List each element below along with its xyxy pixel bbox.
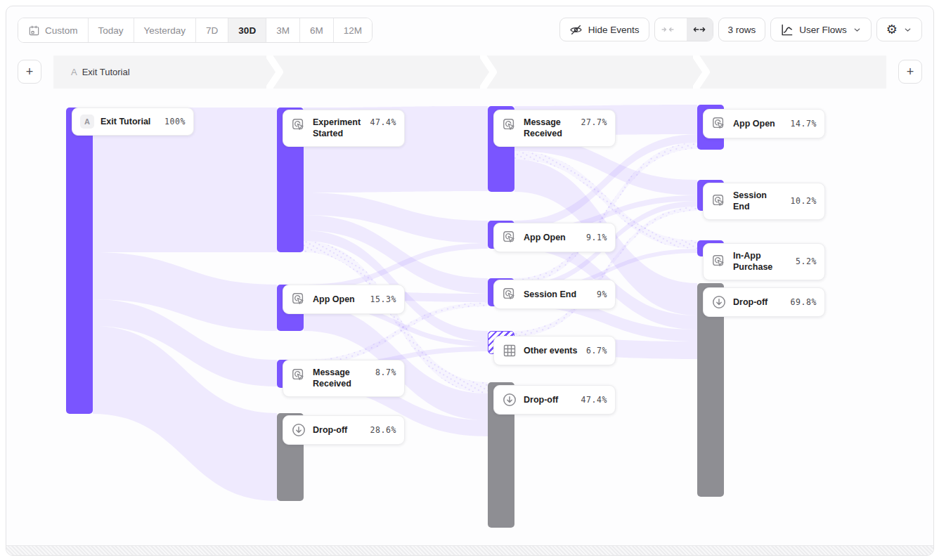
calendar-icon [28, 25, 40, 37]
node-label: Exit Tutorial [101, 116, 150, 127]
rows-label: 3 rows [728, 25, 756, 35]
eye-off-icon [569, 23, 583, 37]
flow-node-app-open-3[interactable]: App Open 9.1% [493, 223, 616, 252]
event-icon [291, 117, 306, 133]
node-label: Other events [524, 345, 577, 356]
node-percent: 14.7% [790, 119, 817, 129]
node-percent: 10.2% [790, 196, 817, 206]
expand-columns-button[interactable] [687, 18, 713, 41]
gear-icon: ⚙ [886, 23, 898, 36]
hide-events-button[interactable]: Hide Events [559, 18, 649, 41]
date-range-label: Yesterday [144, 25, 186, 36]
flow-bar-exit-tutorial[interactable] [66, 108, 93, 414]
node-label: Message Received [313, 367, 369, 390]
flow-node-message-received-2[interactable]: Message Received 8.7% [283, 360, 405, 397]
step-chevron-separator [266, 56, 285, 89]
node-percent: 9% [597, 289, 607, 299]
user-flows-app: A Exit Tutorial 100% Experiment Started … [6, 6, 934, 556]
step-a-badge: A [80, 115, 94, 129]
node-percent: 69.8% [790, 297, 817, 307]
drop-off-icon [502, 392, 517, 408]
step-chevron-separator [480, 56, 498, 89]
date-range-7d[interactable]: 7D [196, 18, 228, 42]
event-icon [711, 193, 727, 209]
chart-resize-handle[interactable] [6, 545, 933, 555]
start-step-label[interactable]: A Exit Tutorial [71, 56, 130, 89]
drop-off-icon [711, 294, 727, 310]
start-event-name: Exit Tutorial [82, 67, 130, 77]
view-selector-label: User Flows [799, 25, 847, 35]
node-label: Session End [733, 190, 784, 213]
add-step-after-button[interactable]: + [898, 60, 922, 84]
date-range-label: Today [98, 25, 124, 36]
node-label: In-App Purchase [733, 250, 789, 273]
flow-node-in-app-purchase-4[interactable]: In-App Purchase 5.2% [703, 243, 825, 280]
flow-node-message-received-3[interactable]: Message Received 27.7% [493, 110, 616, 147]
flow-node-other-events-3[interactable]: Other events 6.7% [493, 336, 616, 365]
step-letter-badge: A [71, 67, 77, 77]
node-label: Drop-off [524, 394, 558, 405]
node-label: Message Received [524, 117, 574, 140]
node-percent: 15.3% [370, 294, 396, 304]
settings-dropdown[interactable]: ⚙ [876, 18, 922, 41]
flow-node-drop-off-4[interactable]: Drop-off 69.8% [703, 287, 825, 317]
node-percent: 47.4% [370, 117, 396, 127]
column-width-toggle [654, 18, 713, 41]
add-step-before-button[interactable]: + [18, 60, 41, 84]
flow-node-session-end-3[interactable]: Session End 9% [493, 280, 616, 309]
steps-header-band: A Exit Tutorial [53, 56, 886, 89]
date-range-selector: Custom Today Yesterday 7D 30D 3M 6M 12M [18, 18, 373, 43]
date-range-custom[interactable]: Custom [18, 18, 89, 42]
node-percent: 9.1% [586, 233, 607, 242]
flow-node-app-open-2[interactable]: App Open 15.3% [283, 285, 405, 314]
flow-chart-icon [780, 23, 794, 37]
flow-node-session-end-4[interactable]: Session End 10.2% [703, 183, 825, 220]
date-range-today[interactable]: Today [89, 18, 134, 42]
flow-node-experiment-started[interactable]: Experiment Started 47.4% [283, 110, 405, 147]
node-percent: 28.6% [370, 425, 396, 435]
toolbar-right-cluster: Hide Events 3 rows [559, 18, 922, 41]
node-label: App Open [524, 232, 566, 243]
node-label: Drop-off [733, 297, 768, 308]
rows-button[interactable]: 3 rows [718, 18, 766, 41]
drop-off-icon [291, 422, 306, 438]
node-label: App Open [313, 294, 355, 305]
node-percent: 100% [164, 117, 186, 126]
date-range-6m[interactable]: 6M [300, 18, 334, 42]
arrows-outward-icon [692, 22, 706, 37]
date-range-label: Custom [45, 25, 78, 36]
node-percent: 47.4% [581, 395, 607, 405]
event-icon [502, 117, 517, 133]
grid-icon [502, 343, 517, 358]
date-range-3m[interactable]: 3M [266, 18, 300, 42]
toolbar: Custom Today Yesterday 7D 30D 3M 6M 12M [6, 6, 933, 53]
node-label: Session End [524, 289, 576, 300]
date-range-label: 7D [206, 25, 218, 36]
collapse-columns-button[interactable] [655, 18, 681, 41]
date-range-30d[interactable]: 30D [228, 18, 266, 42]
date-range-label: 12M [344, 25, 362, 36]
node-label: Drop-off [313, 424, 347, 436]
event-icon [711, 116, 727, 131]
flow-node-app-open-4[interactable]: App Open 14.7% [703, 109, 825, 138]
flow-node-drop-off-2[interactable]: Drop-off 28.6% [283, 415, 405, 445]
date-range-label: 3M [276, 25, 290, 36]
event-icon [291, 292, 306, 307]
step-chevron-separator [693, 56, 711, 89]
date-range-12m[interactable]: 12M [334, 18, 372, 42]
chevron-down-icon [903, 25, 912, 34]
node-percent: 6.7% [586, 346, 607, 356]
flow-node-exit-tutorial[interactable]: A Exit Tutorial 100% [72, 108, 194, 136]
flow-node-drop-off-3[interactable]: Drop-off 47.4% [493, 385, 616, 415]
date-range-label: 6M [310, 25, 323, 36]
view-selector-dropdown[interactable]: User Flows [770, 18, 872, 41]
node-percent: 8.7% [375, 367, 396, 377]
date-range-yesterday[interactable]: Yesterday [134, 18, 197, 42]
hide-events-label: Hide Events [588, 25, 640, 35]
node-percent: 27.7% [581, 117, 607, 127]
node-label: App Open [733, 118, 775, 129]
node-percent: 5.2% [796, 256, 817, 266]
node-label: Experiment Started [313, 117, 363, 140]
arrows-inward-icon [661, 22, 675, 37]
event-icon [502, 230, 517, 245]
